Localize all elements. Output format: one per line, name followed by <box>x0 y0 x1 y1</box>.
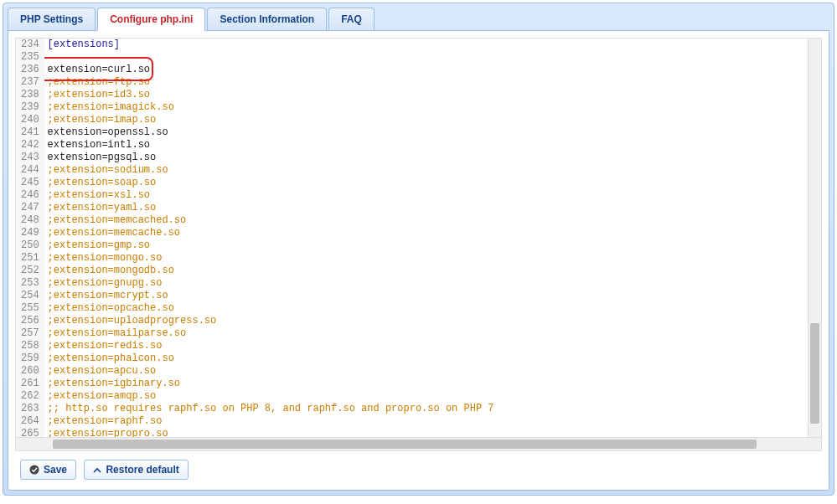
code-content[interactable]: [extensions]extension=curl.so;extension=… <box>44 39 808 437</box>
line-number: 257 <box>21 327 39 340</box>
line-number: 243 <box>21 152 39 164</box>
line-number: 235 <box>21 51 39 64</box>
line-number: 240 <box>21 114 39 126</box>
line-number: 255 <box>21 302 39 315</box>
code-line[interactable]: ;extension=mailparse.so <box>44 327 808 340</box>
code-line[interactable]: ;extension=imap.so <box>44 114 808 126</box>
line-number: 263 <box>21 403 39 415</box>
horizontal-scrollbar[interactable] <box>15 438 822 451</box>
code-line[interactable]: ;; http.so requires raphf.so on PHP 8, a… <box>44 403 808 415</box>
chevron-up-icon <box>93 465 101 474</box>
editor-area: 2342352362372382392402412422432442452462… <box>8 30 829 491</box>
restore-default-button[interactable]: Restore default <box>84 460 188 480</box>
php-ini-editor[interactable]: 2342352362372382392402412422432442452462… <box>15 38 822 438</box>
line-number: 251 <box>21 252 39 265</box>
code-line[interactable]: ;extension=redis.so <box>44 340 808 352</box>
code-line[interactable]: ;extension=phalcon.so <box>44 352 808 365</box>
line-number: 248 <box>21 214 39 227</box>
line-number: 237 <box>21 76 39 89</box>
code-line[interactable]: [extensions] <box>44 39 808 51</box>
line-number: 253 <box>21 277 39 290</box>
line-number: 244 <box>21 164 39 177</box>
code-line[interactable]: ;extension=igbinary.so <box>44 378 808 390</box>
tab-configure-php-ini[interactable]: Configure php.ini <box>97 8 205 31</box>
code-line[interactable]: ;extension=id3.so <box>44 89 808 101</box>
code-line[interactable]: extension=curl.so <box>44 64 808 76</box>
code-line[interactable]: extension=intl.so <box>44 139 808 152</box>
code-line[interactable]: ;extension=memcache.so <box>44 227 808 239</box>
code-line[interactable]: extension=pgsql.so <box>44 152 808 164</box>
code-line[interactable]: ;extension=apcu.so <box>44 365 808 378</box>
line-number: 236 <box>21 64 39 76</box>
tab-faq[interactable]: FAQ <box>328 8 375 31</box>
code-line[interactable]: ;extension=gnupg.so <box>44 277 808 290</box>
code-line[interactable]: ;extension=opcache.so <box>44 302 808 315</box>
svg-point-0 <box>30 465 39 475</box>
vertical-scrollbar-thumb[interactable] <box>810 323 819 424</box>
tab-php-settings[interactable]: PHP Settings <box>8 8 96 31</box>
code-line[interactable]: ;extension=xsl.so <box>44 189 808 202</box>
line-number: 261 <box>21 378 39 390</box>
code-line[interactable]: ;extension=imagick.so <box>44 101 808 114</box>
check-icon <box>29 465 39 475</box>
line-number: 249 <box>21 227 39 239</box>
save-button[interactable]: Save <box>20 460 76 480</box>
tab-bar: PHP Settings Configure php.ini Section I… <box>5 5 832 31</box>
code-line[interactable]: ;extension=gmp.so <box>44 239 808 252</box>
code-line[interactable] <box>44 51 808 64</box>
code-line[interactable]: ;extension=yaml.so <box>44 202 808 214</box>
code-line[interactable]: ;extension=ftp.so <box>44 76 808 89</box>
code-line[interactable]: ;extension=soap.so <box>44 177 808 189</box>
line-number: 250 <box>21 239 39 252</box>
line-number: 260 <box>21 365 39 378</box>
line-number: 256 <box>21 315 39 327</box>
horizontal-scrollbar-thumb[interactable] <box>53 440 757 449</box>
line-number: 238 <box>21 89 39 101</box>
line-number: 245 <box>21 177 39 189</box>
code-line[interactable]: ;extension=memcached.so <box>44 214 808 227</box>
code-line[interactable]: ;extension=mcrypt.so <box>44 290 808 302</box>
line-number: 262 <box>21 390 39 403</box>
line-number: 259 <box>21 352 39 365</box>
code-line[interactable]: ;extension=uploadprogress.so <box>44 315 808 327</box>
line-number-gutter: 2342352362372382392402412422432442452462… <box>16 39 44 437</box>
code-line[interactable]: ;extension=mongo.so <box>44 252 808 265</box>
code-line[interactable]: ;extension=sodium.so <box>44 164 808 177</box>
code-line[interactable]: ;extension=mongodb.so <box>44 265 808 277</box>
restore-button-label: Restore default <box>106 464 178 476</box>
line-number: 258 <box>21 340 39 352</box>
editor-toolbar: Save Restore default <box>15 451 822 483</box>
line-number: 252 <box>21 265 39 277</box>
code-line[interactable]: extension=openssl.so <box>44 126 808 139</box>
line-number: 241 <box>21 126 39 139</box>
code-line[interactable]: ;extension=amqp.so <box>44 390 808 403</box>
save-button-label: Save <box>44 464 67 476</box>
line-number: 246 <box>21 189 39 202</box>
vertical-scrollbar[interactable] <box>808 39 821 437</box>
code-line[interactable]: ;extension=raphf.so <box>44 415 808 428</box>
line-number: 242 <box>21 139 39 152</box>
line-number: 247 <box>21 202 39 214</box>
line-number: 239 <box>21 101 39 114</box>
line-number: 234 <box>21 39 39 51</box>
line-number: 264 <box>21 415 39 428</box>
php-settings-panel: PHP Settings Configure php.ini Section I… <box>3 3 834 496</box>
tab-section-information[interactable]: Section Information <box>207 8 327 31</box>
line-number: 265 <box>21 428 39 438</box>
line-number: 254 <box>21 290 39 302</box>
code-line[interactable]: ;extension=propro.so <box>44 428 808 437</box>
